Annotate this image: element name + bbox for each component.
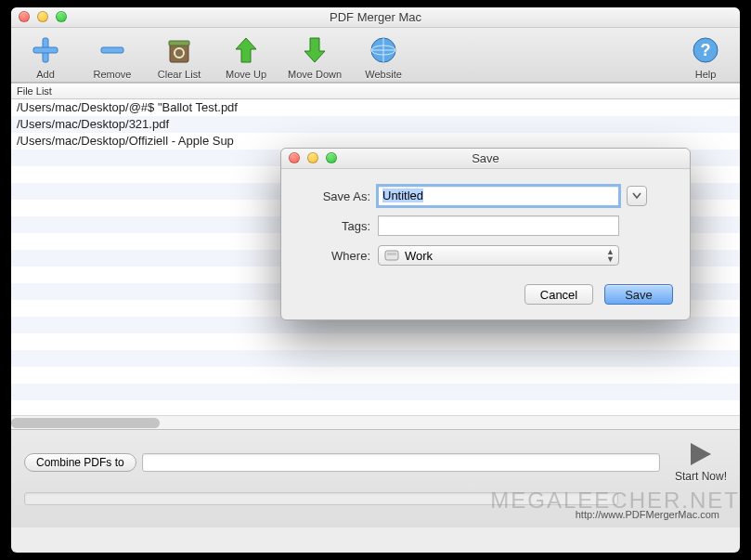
add-label: Add [36,69,55,80]
output-path-input[interactable] [142,453,660,472]
dialog-close-icon[interactable] [289,152,300,163]
watermark-text: MEGALEECHER.NET [490,488,740,514]
list-item[interactable] [11,333,740,350]
dialog-titlebar[interactable]: Save [281,149,690,169]
help-label: Help [695,69,717,80]
svg-rect-3 [170,44,188,62]
svg-rect-1 [33,47,58,53]
move-down-label: Move Down [288,69,342,80]
window-title: PDF Merger Mac [330,10,421,24]
expand-button[interactable] [627,186,647,206]
main-titlebar[interactable]: PDF Merger Mac [11,7,740,28]
list-item[interactable] [11,367,740,384]
minus-icon [96,33,129,67]
move-up-label: Move Up [226,69,266,80]
close-icon[interactable] [19,11,30,22]
list-item[interactable] [11,384,740,400]
dialog-traffic-lights [289,152,337,163]
play-icon[interactable] [687,441,715,470]
traffic-lights [19,11,67,22]
help-button[interactable]: ? Help [680,33,731,80]
remove-button[interactable]: Remove [87,33,137,80]
chevron-down-icon [632,192,641,200]
start-now-label[interactable]: Start Now! [675,470,727,483]
arrow-up-icon [229,33,263,67]
where-label: Where: [298,249,370,263]
clear-list-label: Clear List [158,69,201,80]
save-as-input[interactable]: Untitled [378,186,619,206]
save-as-value: Untitled [382,189,423,202]
horizontal-scrollbar[interactable] [11,415,740,429]
tags-input[interactable] [378,215,619,236]
globe-icon [367,33,400,67]
list-item[interactable] [11,400,740,415]
save-as-label: Save As: [298,189,370,203]
save-button[interactable]: Save [604,284,673,305]
clear-list-button[interactable]: Clear List [154,33,204,80]
add-button[interactable]: Add [20,33,71,80]
combine-pdfs-button[interactable]: Combine PDFs to [24,453,136,472]
scrollbar-thumb[interactable] [11,418,160,428]
where-select[interactable]: Work ▲▼ [378,245,619,266]
cancel-button[interactable]: Cancel [524,284,593,305]
toolbar: Add Remove Clear List Move Up Move Down [11,28,740,83]
dialog-minimize-icon[interactable] [307,152,318,163]
disk-icon [384,249,399,262]
website-button[interactable]: Website [358,33,408,80]
remove-label: Remove [94,69,132,80]
svg-rect-4 [169,41,189,46]
arrow-down-icon [298,33,331,67]
save-dialog: Save Save As: Untitled Tags: Where: Work… [280,148,691,320]
list-item[interactable]: /Users/mac/Desktop/@#$ "Ballot Test.pdf [11,99,740,116]
file-list-header[interactable]: File List [11,84,740,99]
dialog-title: Save [472,151,499,165]
move-up-button[interactable]: Move Up [221,33,271,80]
help-icon: ? [689,33,722,67]
svg-text:?: ? [701,41,711,59]
svg-rect-2 [101,47,123,53]
select-arrows-icon: ▲▼ [606,248,615,263]
move-down-button[interactable]: Move Down [288,33,342,80]
list-item[interactable]: /Users/mac/Desktop/321.pdf [11,116,740,133]
website-label: Website [365,69,402,80]
zoom-icon[interactable] [56,11,67,22]
list-item[interactable] [11,350,740,367]
tags-label: Tags: [298,219,370,233]
svg-rect-11 [387,253,396,255]
plus-icon [29,33,62,67]
recycle-bin-icon [162,33,196,67]
dialog-zoom-icon[interactable] [326,152,337,163]
minimize-icon[interactable] [37,11,48,22]
where-value: Work [405,249,433,263]
